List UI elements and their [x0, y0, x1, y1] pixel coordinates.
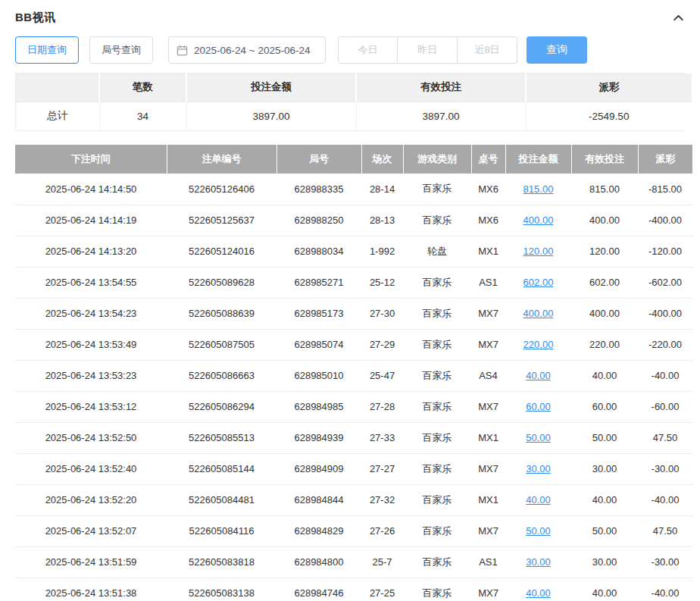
cell-order-id: 522605087505: [167, 329, 277, 360]
summary-bet-amount-value: 3897.00: [186, 102, 356, 130]
search-button[interactable]: 查询: [527, 36, 587, 64]
cell-time: 2025-06-24 13:54:23: [15, 298, 167, 329]
date-range-value: 2025-06-24 ~ 2025-06-24: [194, 45, 311, 56]
yesterday-button[interactable]: 昨日: [398, 36, 458, 64]
cell-round-id: 628988034: [277, 236, 361, 267]
cell-bet-amount: 50.00: [505, 422, 571, 453]
cell-time: 2025-06-24 13:51:59: [15, 546, 167, 578]
cell-table-no: AS1: [471, 546, 505, 578]
cell-payout: 47.50: [638, 422, 692, 453]
cell-valid-bet: 40.00: [571, 484, 638, 515]
column-header-session: 场次: [361, 145, 403, 174]
cell-time: 2025-06-24 13:54:55: [15, 267, 167, 298]
cell-session: 25-7: [361, 546, 403, 578]
page-title: BB视讯: [15, 11, 56, 25]
bet-amount-link[interactable]: 602.00: [523, 277, 554, 288]
cell-game-type: 百家乐: [403, 422, 471, 453]
cell-round-id: 628985271: [277, 267, 361, 298]
cell-valid-bet: 400.00: [571, 298, 638, 329]
bet-amount-link[interactable]: 30.00: [526, 463, 551, 474]
filter-bar: 日期查询 局号查询 2025-06-24 ~ 2025-06-24 今日 昨日 …: [15, 35, 685, 65]
bet-amount-link[interactable]: 30.00: [526, 556, 551, 568]
cell-bet-amount: 60.00: [505, 391, 571, 422]
cell-session: 27-26: [361, 515, 403, 546]
cell-time: 2025-06-24 14:14:19: [15, 205, 167, 236]
table-row: 2025-06-24 14:14:19522605125637628988250…: [15, 205, 692, 236]
cell-time: 2025-06-24 13:52:07: [15, 515, 167, 546]
cell-bet-amount: 220.00: [505, 329, 571, 360]
table-row: 2025-06-24 13:52:40522605085144628984909…: [15, 453, 692, 484]
table-row: 2025-06-24 13:51:59522605083818628984800…: [15, 546, 692, 578]
cell-payout: -120.00: [638, 236, 692, 267]
summary-valid-bet-value: 3897.00: [356, 102, 526, 130]
cell-session: 28-13: [361, 205, 403, 236]
cell-valid-bet: 30.00: [571, 546, 638, 578]
cell-bet-amount: 40.00: [505, 484, 571, 515]
round-query-tab[interactable]: 局号查询: [89, 36, 153, 64]
cell-payout: -40.00: [638, 360, 692, 391]
cell-order-id: 522605086294: [167, 391, 277, 422]
bet-amount-link[interactable]: 400.00: [523, 214, 554, 226]
cell-valid-bet: 60.00: [571, 391, 638, 422]
date-query-tab[interactable]: 日期查询: [15, 36, 79, 64]
today-button[interactable]: 今日: [338, 36, 398, 64]
last-8-days-button[interactable]: 近8日: [458, 36, 517, 64]
cell-time: 2025-06-24 13:53:23: [15, 360, 167, 391]
cell-bet-amount: 120.00: [505, 236, 571, 267]
bet-amount-link[interactable]: 40.00: [526, 494, 551, 506]
chevron-up-icon[interactable]: [672, 11, 685, 24]
bet-amount-link[interactable]: 60.00: [526, 401, 551, 412]
cell-round-id: 628984800: [277, 546, 361, 578]
summary-header-count: 笔数: [99, 74, 186, 102]
bet-amount-link[interactable]: 220.00: [523, 339, 554, 350]
column-header-order-id: 注单编号: [167, 145, 277, 174]
table-row: 2025-06-24 14:14:50522605126406628988335…: [15, 174, 692, 205]
summary-count-value: 34: [99, 102, 186, 130]
cell-game-type: 百家乐: [403, 515, 471, 546]
cell-table-no: MX6: [471, 174, 505, 205]
cell-payout: -30.00: [638, 546, 692, 578]
cell-table-no: AS1: [471, 267, 505, 298]
cell-bet-amount: 40.00: [505, 360, 571, 391]
bet-table-header-row: 下注时间 注单编号 局号 场次 游戏类别 桌号 投注金额 有效投注 派彩: [15, 145, 692, 174]
cell-session: 27-32: [361, 484, 403, 515]
bet-amount-link[interactable]: 120.00: [523, 246, 554, 257]
cell-time: 2025-06-24 13:52:20: [15, 484, 167, 515]
cell-round-id: 628984829: [277, 515, 361, 546]
bet-amount-link[interactable]: 50.00: [526, 432, 551, 443]
cell-table-no: MX1: [471, 236, 505, 267]
bb-video-panel: BB视讯 日期查询 局号查询 2025-06-24 ~ 2025-06-24 今…: [0, 0, 700, 601]
cell-order-id: 522605083138: [167, 578, 277, 601]
quick-range-group: 今日 昨日 近8日: [338, 36, 517, 64]
bet-amount-link[interactable]: 40.00: [526, 587, 551, 599]
bet-amount-link[interactable]: 50.00: [526, 525, 551, 537]
summary-header-blank: [16, 74, 99, 102]
calendar-icon: [177, 45, 188, 56]
cell-bet-amount: 30.00: [505, 453, 571, 484]
cell-order-id: 522605084116: [167, 515, 277, 546]
cell-order-id: 522605125637: [167, 205, 277, 236]
cell-game-type: 百家乐: [403, 174, 471, 205]
cell-session: 27-25: [361, 578, 403, 601]
cell-table-no: MX7: [471, 329, 505, 360]
summary-header-row: 笔数 投注金额 有效投注 派彩: [16, 74, 692, 102]
bet-amount-link[interactable]: 400.00: [523, 308, 554, 319]
date-range-input[interactable]: 2025-06-24 ~ 2025-06-24: [168, 36, 326, 64]
cell-table-no: MX6: [471, 205, 505, 236]
cell-round-id: 628985010: [277, 360, 361, 391]
table-row: 2025-06-24 13:53:12522605086294628984985…: [15, 391, 692, 422]
cell-session: 28-14: [361, 174, 403, 205]
cell-time: 2025-06-24 13:53:12: [15, 391, 167, 422]
cell-game-type: 百家乐: [403, 578, 471, 601]
bet-amount-link[interactable]: 815.00: [523, 183, 554, 195]
cell-valid-bet: 40.00: [571, 578, 638, 601]
cell-round-id: 628988335: [277, 174, 361, 205]
cell-session: 27-33: [361, 422, 403, 453]
cell-valid-bet: 30.00: [571, 453, 638, 484]
cell-table-no: MX7: [471, 391, 505, 422]
cell-time: 2025-06-24 14:14:50: [15, 174, 167, 205]
cell-bet-amount: 815.00: [505, 174, 571, 205]
cell-bet-amount: 50.00: [505, 515, 571, 546]
cell-order-id: 522605083818: [167, 546, 277, 578]
bet-amount-link[interactable]: 40.00: [526, 370, 551, 381]
